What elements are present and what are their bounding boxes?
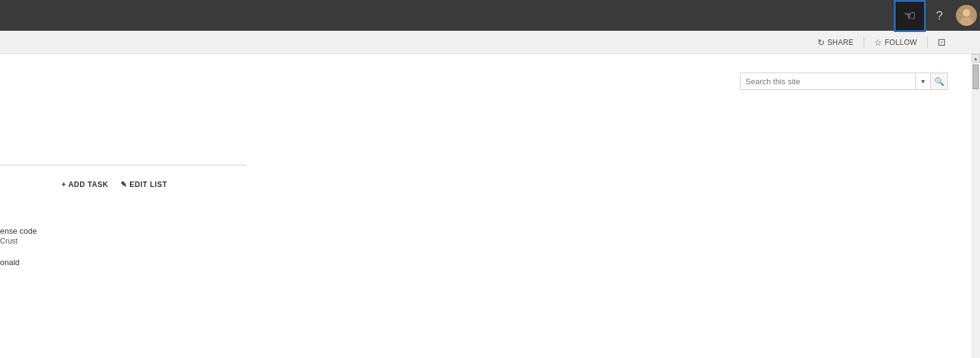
add-task-label: + ADD TASK (62, 180, 108, 189)
hand-icon: ☜ (904, 9, 916, 23)
list-item: ense code Crust (0, 226, 215, 245)
follow-button[interactable]: ☆ FOLLOW (872, 36, 920, 49)
help-button[interactable]: ? (926, 0, 953, 31)
share-button[interactable]: ↻ SHARE (815, 36, 856, 49)
scrollbar: ▲ (971, 54, 980, 358)
search-icon: 🔍 (934, 77, 944, 86)
scrollbar-track (972, 63, 979, 357)
list-item-title: ense code (0, 226, 215, 236)
list-item: onald (0, 258, 215, 267)
edit-list-label: ✎ EDIT LIST (121, 180, 167, 189)
add-task-button[interactable]: + ADD TASK (62, 180, 108, 189)
follow-icon: ☆ (874, 38, 882, 47)
separator-1 (864, 37, 864, 48)
list-item-title: onald (0, 258, 215, 267)
avatar-button[interactable] (953, 0, 980, 31)
search-box: ▼ (740, 73, 931, 90)
list-items: ense code Crust onald (0, 226, 215, 279)
top-bar: ☜ ? (0, 0, 980, 31)
search-area: ▼ 🔍 (740, 73, 948, 90)
chevron-down-icon: ▼ (920, 78, 926, 85)
avatar-svg (956, 5, 977, 26)
task-actions: + ADD TASK ✎ EDIT LIST (62, 180, 167, 189)
share-icon: ↻ (817, 38, 825, 47)
search-go-button[interactable]: 🔍 (931, 73, 948, 90)
divider-line (0, 165, 246, 165)
scrollbar-up-arrow[interactable]: ▲ (971, 54, 980, 63)
svg-point-1 (963, 9, 970, 17)
scrollbar-thumb[interactable] (973, 65, 979, 89)
main-content: ▼ 🔍 + ADD TASK ✎ EDIT LIST ense code Cru… (0, 54, 980, 358)
hand-button[interactable]: ☜ (894, 0, 926, 32)
svg-point-2 (960, 17, 973, 26)
follow-label: FOLLOW (885, 38, 917, 47)
embed-button[interactable]: ⊡ (935, 35, 948, 49)
embed-icon: ⊡ (938, 36, 946, 48)
edit-list-button[interactable]: ✎ EDIT LIST (121, 180, 167, 189)
search-dropdown-button[interactable]: ▼ (915, 73, 930, 90)
separator-2 (927, 37, 928, 48)
avatar (956, 5, 977, 26)
secondary-bar: ↻ SHARE ☆ FOLLOW ⊡ (0, 31, 980, 54)
top-bar-actions: ☜ ? (894, 0, 980, 31)
secondary-actions: ↻ SHARE ☆ FOLLOW ⊡ (815, 35, 948, 49)
share-label: SHARE (827, 38, 854, 47)
list-item-subtitle: Crust (0, 237, 215, 245)
help-icon: ? (936, 9, 942, 23)
search-input[interactable] (741, 76, 915, 87)
